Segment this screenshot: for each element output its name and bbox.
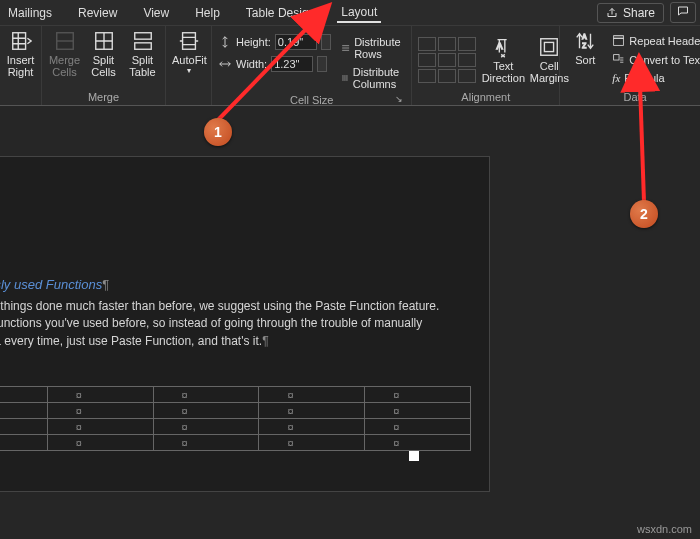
- svg-rect-3: [134, 33, 151, 39]
- alignment-group-label: Alignment: [418, 89, 553, 105]
- table-row[interactable]: ¤¤¤¤¤: [0, 419, 471, 435]
- align-tl[interactable]: [418, 37, 436, 51]
- cell-margins-icon: [538, 36, 560, 58]
- split-cells-label: Split Cells: [91, 54, 115, 78]
- svg-rect-8: [545, 42, 554, 51]
- align-tr[interactable]: [458, 37, 476, 51]
- width-label: Width:: [236, 58, 267, 70]
- formula-label: Formula: [624, 72, 664, 84]
- insert-right-button[interactable]: Insert Right: [6, 30, 35, 78]
- distribute-columns-label: Distribute Columns: [353, 66, 406, 90]
- merge-cells-icon: [54, 30, 76, 52]
- annotation-marker-1: 1: [204, 118, 232, 146]
- merge-cells-label: Merge Cells: [49, 54, 80, 78]
- svg-rect-4: [134, 43, 151, 49]
- height-input[interactable]: [275, 34, 317, 50]
- svg-text:A: A: [497, 40, 504, 50]
- tab-layout[interactable]: Layout: [337, 3, 381, 23]
- rows-cols-group-label: [6, 101, 35, 105]
- split-table-button[interactable]: Split Table: [126, 30, 159, 78]
- autofit-button[interactable]: AutoFit ▾: [172, 30, 207, 75]
- distribute-rows-icon: [341, 41, 350, 55]
- align-ml[interactable]: [418, 53, 436, 67]
- svg-rect-13: [614, 55, 619, 60]
- insert-right-icon: [10, 30, 32, 52]
- text-direction-label: Text Direction: [482, 60, 525, 84]
- content-table[interactable]: ¤¤¤¤¤ ¤¤¤¤¤ ¤¤¤¤¤ ¤¤¤¤¤: [0, 386, 471, 451]
- cursor-handle[interactable]: [409, 451, 419, 461]
- distribute-columns-icon: [341, 71, 349, 85]
- align-mc[interactable]: [438, 53, 456, 67]
- width-icon: [218, 57, 232, 71]
- sort-label: Sort: [575, 54, 595, 66]
- align-tc[interactable]: [438, 37, 456, 51]
- svg-text:Z: Z: [583, 42, 587, 49]
- annotation-marker-2: 2: [630, 200, 658, 228]
- autofit-icon: [178, 30, 200, 52]
- width-input[interactable]: [271, 56, 313, 72]
- sort-button[interactable]: AZ Sort: [566, 30, 604, 66]
- data-group-label: Data: [566, 89, 700, 105]
- formula-icon: fx: [612, 72, 620, 84]
- height-label: Height:: [236, 36, 271, 48]
- align-mr[interactable]: [458, 53, 476, 67]
- tab-help[interactable]: Help: [191, 4, 224, 22]
- alignment-grid[interactable]: [418, 37, 476, 83]
- distribute-columns-button[interactable]: Distribute Columns: [341, 66, 405, 90]
- convert-icon: [612, 53, 625, 66]
- distribute-rows-button[interactable]: Distribute Rows: [341, 36, 405, 60]
- merge-group-label: Merge: [48, 89, 159, 105]
- share-label: Share: [623, 6, 655, 20]
- document-canvas[interactable]: e previously used Functions¶ vant to get…: [0, 106, 700, 539]
- tab-view[interactable]: View: [139, 4, 173, 22]
- split-cells-icon: [93, 30, 115, 52]
- split-cells-button[interactable]: Split Cells: [87, 30, 120, 78]
- convert-to-text-button[interactable]: Convert to Tex: [612, 51, 700, 68]
- text-direction-button[interactable]: A Text Direction: [484, 36, 522, 84]
- text-direction-icon: A: [492, 36, 514, 58]
- width-spinner[interactable]: [317, 56, 327, 72]
- doc-paragraph: vant to get things done much faster than…: [0, 298, 489, 350]
- align-bl[interactable]: [418, 69, 436, 83]
- convert-label: Convert to Tex: [629, 54, 700, 66]
- svg-text:A: A: [583, 33, 588, 40]
- comment-icon: [677, 5, 689, 17]
- doc-heading: e previously used Functions¶: [0, 277, 489, 292]
- cell-size-group-label: Cell Size: [290, 94, 333, 106]
- watermark: wsxdn.com: [637, 523, 692, 535]
- page: e previously used Functions¶ vant to get…: [0, 156, 490, 492]
- svg-rect-0: [12, 33, 25, 50]
- share-button[interactable]: Share: [597, 3, 664, 23]
- tab-table-design[interactable]: Table Design: [242, 4, 319, 22]
- height-icon: [218, 35, 232, 49]
- sort-icon: AZ: [574, 30, 596, 52]
- cell-size-launcher-icon[interactable]: ↘: [395, 94, 403, 104]
- repeat-header-button[interactable]: Repeat Header: [612, 32, 700, 49]
- tab-mailings[interactable]: Mailings: [4, 4, 56, 22]
- table-row[interactable]: ¤¤¤¤¤: [0, 403, 471, 419]
- repeat-header-icon: [612, 34, 625, 47]
- tab-review[interactable]: Review: [74, 4, 121, 22]
- split-table-icon: [132, 30, 154, 52]
- align-br[interactable]: [458, 69, 476, 83]
- svg-rect-11: [614, 36, 624, 39]
- formula-button[interactable]: fx Formula: [612, 70, 700, 86]
- split-table-label: Split Table: [129, 54, 155, 78]
- share-icon: [606, 7, 618, 19]
- repeat-header-label: Repeat Header: [629, 35, 700, 47]
- insert-right-label: Insert Right: [7, 54, 35, 78]
- autofit-label: AutoFit: [172, 54, 207, 66]
- distribute-rows-label: Distribute Rows: [354, 36, 405, 60]
- table-row[interactable]: ¤¤¤¤¤: [0, 435, 471, 451]
- svg-rect-12: [614, 38, 624, 45]
- svg-rect-5: [183, 33, 196, 50]
- comments-button[interactable]: [670, 2, 696, 23]
- svg-rect-7: [541, 38, 558, 55]
- table-row[interactable]: ¤¤¤¤¤: [0, 387, 471, 403]
- height-spinner[interactable]: [321, 34, 331, 50]
- merge-cells-button: Merge Cells: [48, 30, 81, 78]
- align-bc[interactable]: [438, 69, 456, 83]
